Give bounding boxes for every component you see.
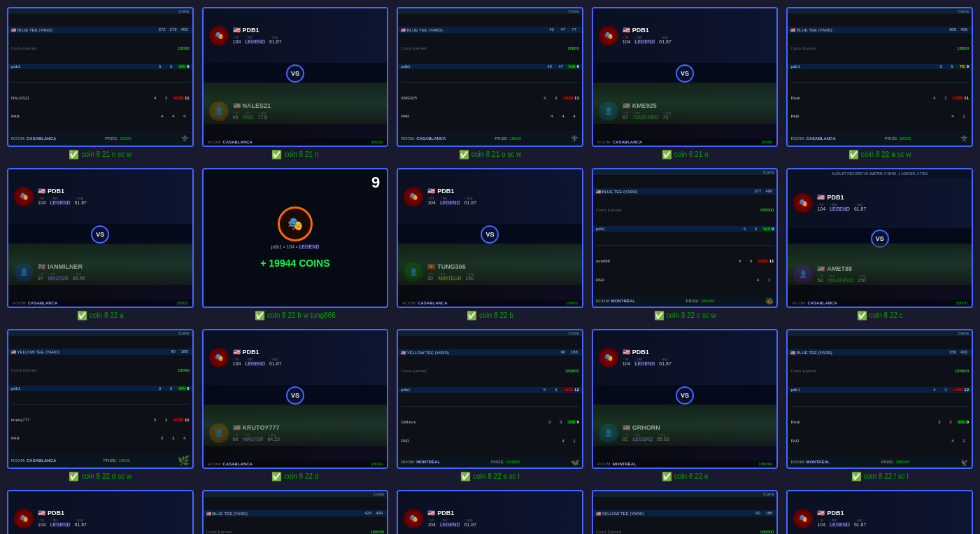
record-box-10: AUGUST RECORD VS AMET88: 0 WINS, 1 LOSSE… [788, 169, 972, 178]
check-icon-5: ✅ [848, 150, 859, 160]
card-19[interactable]: Coins 🇺🇸 YELLOW TEE (YARD) 90 188 Coins … [592, 490, 779, 534]
check-icon-10: ✅ [857, 311, 867, 321]
card-label-13: ✅ coin 8 22 e sc l [460, 472, 520, 482]
check-icon-15: ✅ [851, 472, 862, 482]
card-13[interactable]: Coins 🇺🇸 YELLOW TEE (YARD) 90 188 Coins … [397, 329, 583, 469]
card-label-6: ✅ coin 8 22 a [77, 311, 124, 321]
card-4[interactable]: 🎭 🇺🇸 PDB1 ↑ lvl104 ↑ tierLEGEND ↑ avg61.… [592, 7, 779, 147]
card-wrapper-1: Coins 🇺🇸 BLUE TEE (YARD) 372 279 400 Coi… [7, 7, 194, 160]
card-8[interactable]: 🎭 🇺🇸 PDB1 ↑ lvl104 ↑ tierLEGEND ↑ avg61.… [397, 168, 583, 308]
card-14[interactable]: 🎭 🇺🇸 PDB1 ↑ lvl104 ↑ tierLEGEND ↑ avg61.… [592, 329, 779, 469]
avatar-pdb1-16: 🎭 [14, 509, 34, 528]
card-16[interactable]: 🎭 🇺🇸 PDB1 ↑ lvl104 ↑ tierLEGEND ↑ avg61.… [7, 490, 194, 534]
card-label-10: ✅ coin 8 22 c [857, 311, 903, 321]
avatar-pdb1-10: 🎭 [793, 193, 813, 213]
avatar-pdb1-8: 🎭 [404, 187, 423, 206]
check-icon-2: ✅ [271, 150, 282, 160]
card-wrapper-4: 🎭 🇺🇸 PDB1 ↑ lvl104 ↑ tierLEGEND ↑ avg61.… [592, 7, 779, 160]
check-icon-6: ✅ [77, 311, 87, 321]
check-icon-9: ✅ [654, 311, 665, 321]
check-icon-4: ✅ [662, 150, 672, 160]
vs-footer-2: ROOM: CASABLANCA 18000 [204, 139, 388, 146]
vs-p1-2: 🎭 🇺🇸 PDB1 ↑ lvl104 ↑ tierLEGEND ↑ avg61.… [204, 8, 388, 63]
avatar-pdb1-2: 🎭 [209, 26, 229, 45]
card-10[interactable]: AUGUST RECORD VS AMET88: 0 WINS, 1 LOSSE… [786, 168, 973, 308]
card-label-9: ✅ coin 8 22 c sc w [654, 311, 716, 321]
card-wrapper-8: 🎭 🇺🇸 PDB1 ↑ lvl104 ↑ tierLEGEND ↑ avg61.… [397, 168, 583, 321]
card-2[interactable]: 🎭 🇺🇸 PDB1 ↑ lvl104 ↑ tierLEGEND ↑ avg61.… [202, 7, 389, 147]
card-7[interactable]: 9 🎭 pdb1 • 104 • LEGEND + 19944 COINS [202, 168, 389, 308]
card-wrapper-6: 🎭 🇺🇸 PDB1 ↑ lvl104 ↑ tierLEGEND ↑ avg61.… [7, 168, 194, 321]
card-label-8: ✅ coin 8 22 b [467, 311, 513, 321]
sc-room-1: ROOM: CASABLANCA PRIZE: 18000 ⚜ [8, 132, 192, 146]
sc-header-3: Coins [398, 8, 582, 14]
card-label-11: ✅ coin 8 22 d sc w [69, 472, 132, 482]
card-3[interactable]: Coins 🇺🇸 BLUE TEE (YARD) 42 47 77 Coins … [397, 7, 583, 147]
card-wrapper-7: 9 🎭 pdb1 • 104 • LEGEND + 19944 COINS ✅ … [202, 168, 389, 321]
card-wrapper-12: 🎭 🇺🇸 PDB1 ↑ lvl104 ↑ tierLEGEND ↑ avg61.… [202, 329, 389, 482]
vs-circle-4: VS [676, 64, 694, 83]
card-label-7: ✅ coin 8 22 b w tung866 [255, 311, 336, 321]
avatar-pdb1-18: 🎭 [404, 509, 423, 528]
check-icon-13: ✅ [460, 472, 471, 482]
card-wrapper-16: 🎭 🇺🇸 PDB1 ↑ lvl104 ↑ tierLEGEND ↑ avg61.… [7, 490, 194, 534]
sc-room-3: ROOM: CASABLANCA PRIZE: 18000 ⚜ [398, 132, 582, 146]
card-wrapper-17: Coins 🇺🇸 BLUE TEE (YARD) 424 499 Coins E… [202, 490, 389, 534]
avatar-pdb1-20: 🎭 [793, 509, 813, 528]
card-wrapper-14: 🎭 🇺🇸 PDB1 ↑ lvl104 ↑ tierLEGEND ↑ avg61.… [592, 329, 779, 482]
avatar-pdb1-14: 🎭 [599, 348, 618, 367]
card-label-4: ✅ coin 8 21 o [662, 150, 709, 160]
card-label-15: ✅ coin 8 22 f sc l [851, 472, 909, 482]
card-20[interactable]: 🎭 🇺🇸 PDB1 ↑ lvl104 ↑ tierLEGEND ↑ avg61.… [786, 490, 973, 534]
sc-p1-score: pdb1 3 3 WIN 9 [8, 64, 192, 69]
check-icon-3: ✅ [459, 150, 469, 160]
card-18[interactable]: 🎭 🇺🇸 PDB1 ↑ lvl104 ↑ tierLEGEND ↑ avg61.… [397, 490, 583, 534]
card-wrapper-20: 🎭 🇺🇸 PDB1 ↑ lvl104 ↑ tierLEGEND ↑ avg61.… [786, 490, 973, 534]
card-12[interactable]: 🎭 🇺🇸 PDB1 ↑ lvl104 ↑ tierLEGEND ↑ avg61.… [202, 329, 389, 469]
card-wrapper-15: Coins 🇺🇸 BLUE TEE (YARD) 356 400 Coins E… [786, 329, 973, 482]
card-wrapper-18: 🎭 🇺🇸 PDB1 ↑ lvl104 ↑ tierLEGEND ↑ avg61.… [397, 490, 583, 534]
card-5[interactable]: Coins 🇺🇸 BLUE TEE (YARD) 300 400 Coins E… [786, 7, 973, 147]
card-label-12: ✅ coin 8 22 d [271, 472, 318, 482]
card-wrapper-11: Coins 🇺🇸 YELLOW TEE (YARD) 90 188 Coins … [7, 329, 194, 482]
check-icon-8: ✅ [467, 311, 477, 321]
sc-p1-row-1: 🇺🇸 BLUE TEE (YARD) 372 279 400 [8, 27, 192, 33]
card-17[interactable]: Coins 🇺🇸 BLUE TEE (YARD) 424 499 Coins E… [202, 490, 389, 534]
card-label-5: ✅ coin 8 22 a sc w [848, 150, 911, 160]
card-label-14: ✅ coin 8 22 e [662, 472, 709, 482]
card-label-2: ✅ coin 8 21 n [271, 150, 318, 160]
sc-p2-score: NALES21 4 3 LOSS 11 [8, 95, 192, 101]
card-1[interactable]: Coins 🇺🇸 BLUE TEE (YARD) 372 279 400 Coi… [7, 7, 194, 147]
card-6[interactable]: 🎭 🇺🇸 PDB1 ↑ lvl104 ↑ tierLEGEND ↑ avg61.… [7, 168, 194, 308]
avatar-pdb1-12: 🎭 [209, 348, 229, 367]
card-wrapper-19: Coins 🇺🇸 YELLOW TEE (YARD) 90 188 Coins … [592, 490, 779, 534]
card-11[interactable]: Coins 🇺🇸 YELLOW TEE (YARD) 90 188 Coins … [7, 329, 194, 469]
card-grid: Coins 🇺🇸 BLUE TEE (YARD) 372 279 400 Coi… [7, 7, 973, 534]
coin-amount: + 19944 COINS [260, 258, 329, 269]
card-label-1: ✅ coin 8 21 n sc w [69, 150, 132, 160]
sc-header-1: Coins [8, 8, 192, 14]
check-icon-14: ✅ [662, 472, 672, 482]
card-wrapper-13: Coins 🇺🇸 YELLOW TEE (YARD) 90 188 Coins … [397, 329, 583, 482]
coin-number: 9 [371, 174, 380, 192]
sc-par: PAR 4 4 4 [8, 113, 192, 119]
avatar-pdb1-6: 🎭 [14, 187, 34, 206]
card-wrapper-10: AUGUST RECORD VS AMET88: 0 WINS, 1 LOSSE… [786, 168, 973, 321]
card-wrapper-5: Coins 🇺🇸 BLUE TEE (YARD) 300 400 Coins E… [786, 7, 973, 160]
check-icon-1: ✅ [69, 150, 79, 160]
card-wrapper-2: 🎭 🇺🇸 PDB1 ↑ lvl104 ↑ tierLEGEND ↑ avg61.… [202, 7, 389, 160]
card-label-3: ✅ coin 8 21 o sc w [459, 150, 522, 160]
vs-circle-2: VS [286, 64, 304, 83]
check-icon-11: ✅ [69, 472, 79, 482]
card-9[interactable]: Coins 🇺🇸 BLUE TEE (YARD) 377 400 Coins E… [592, 168, 779, 308]
check-icon-7: ✅ [255, 311, 265, 321]
card-wrapper-3: Coins 🇺🇸 BLUE TEE (YARD) 42 47 77 Coins … [397, 7, 583, 160]
check-icon-12: ✅ [271, 472, 282, 482]
card-wrapper-9: Coins 🇺🇸 BLUE TEE (YARD) 377 400 Coins E… [592, 168, 779, 321]
sc-coins-row-1: Coins Earned 18000 [8, 45, 192, 51]
coin-avatar-pdb1: 🎭 [278, 206, 313, 241]
card-15[interactable]: Coins 🇺🇸 BLUE TEE (YARD) 356 400 Coins E… [786, 329, 973, 469]
avatar-pdb1-4: 🎭 [599, 26, 618, 45]
